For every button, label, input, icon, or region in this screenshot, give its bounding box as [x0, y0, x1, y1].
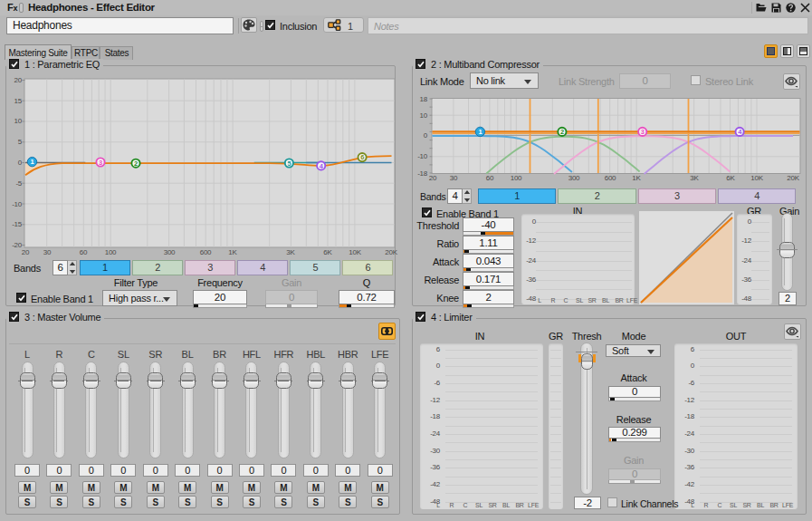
- svg-text:1: 1: [478, 128, 482, 136]
- svg-text:3: 3: [641, 128, 645, 136]
- svg-text:2: 2: [560, 128, 564, 136]
